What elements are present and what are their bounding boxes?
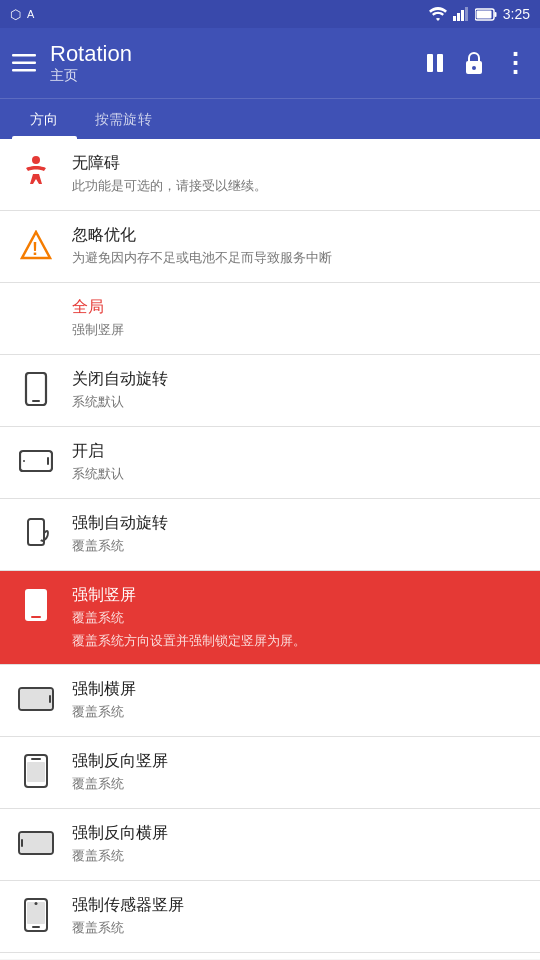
status-bar: ⬡ A 3:25 [0, 0, 540, 28]
phone-portrait-filled-icon [18, 587, 54, 623]
ignore-optimize-subtitle: 为避免因内存不足或电池不足而导致服务中断 [72, 249, 522, 267]
svg-rect-8 [12, 62, 36, 65]
menu-button[interactable] [12, 54, 36, 72]
ignore-optimize-content: 忽略优化 为避免因内存不足或电池不足而导致服务中断 [72, 225, 522, 267]
global-title: 全局 [72, 297, 522, 318]
svg-rect-32 [20, 833, 52, 853]
pause-button[interactable] [424, 52, 446, 74]
status-bar-left: ⬡ A [10, 7, 34, 22]
force-reverse-portrait-subtitle: 覆盖系统 [72, 775, 522, 793]
force-landscape-content: 强制横屏 覆盖系统 [72, 679, 522, 721]
force-portrait-content: 强制竖屏 覆盖系统 覆盖系统方向设置并强制锁定竖屏为屏。 [72, 585, 522, 650]
phone-reverse-portrait-icon [18, 753, 54, 789]
phone-auto-icon [18, 515, 54, 551]
app-title: Rotation [50, 41, 132, 67]
list-item-global[interactable]: 全局 强制竖屏 [0, 283, 540, 355]
svg-point-13 [472, 66, 476, 70]
toolbar-left: Rotation 主页 [12, 41, 132, 85]
force-sensor-portrait-title: 强制传感器竖屏 [72, 895, 522, 916]
phone-portrait-icon [18, 371, 54, 407]
svg-rect-3 [465, 7, 468, 21]
phone-reverse-landscape-icon [18, 825, 54, 861]
svg-rect-10 [427, 54, 433, 72]
android-icon: ⬡ [10, 7, 21, 22]
global-icon [18, 299, 54, 335]
warning-icon: ! [18, 227, 54, 263]
list-item-close-auto[interactable]: 关闭自动旋转 系统默认 [0, 355, 540, 427]
tab-direction[interactable]: 方向 [12, 99, 77, 139]
svg-rect-30 [27, 762, 45, 782]
force-auto-title: 强制自动旋转 [72, 513, 522, 534]
app-indicator: A [27, 8, 34, 20]
force-auto-content: 强制自动旋转 覆盖系统 [72, 513, 522, 555]
force-reverse-landscape-content: 强制反向横屏 覆盖系统 [72, 823, 522, 865]
force-landscape-title: 强制横屏 [72, 679, 522, 700]
open-content: 开启 系统默认 [72, 441, 522, 483]
svg-point-14 [32, 156, 40, 164]
force-sensor-portrait-subtitle: 覆盖系统 [72, 919, 522, 937]
force-landscape-subtitle: 覆盖系统 [72, 703, 522, 721]
open-title: 开启 [72, 441, 522, 462]
svg-rect-11 [437, 54, 443, 72]
list-item-force-sensor-portrait[interactable]: 强制传感器竖屏 覆盖系统 [0, 881, 540, 953]
list-item-open[interactable]: 开启 系统默认 [0, 427, 540, 499]
list-item-force-portrait[interactable]: 强制竖屏 覆盖系统 覆盖系统方向设置并强制锁定竖屏为屏。 [0, 571, 540, 665]
force-portrait-title: 强制竖屏 [72, 585, 522, 606]
app-subtitle: 主页 [50, 67, 132, 85]
svg-rect-0 [453, 16, 456, 21]
list-item-force-reverse-portrait[interactable]: 强制反向竖屏 覆盖系统 [0, 737, 540, 809]
list-item-force-reverse-landscape[interactable]: 强制反向横屏 覆盖系统 [0, 809, 540, 881]
close-auto-subtitle: 系统默认 [72, 393, 522, 411]
wifi-icon [429, 7, 447, 21]
global-subtitle: 强制竖屏 [72, 321, 522, 339]
toolbar-actions: ⋮ [424, 48, 528, 79]
list-item-force-auto[interactable]: 强制自动旋转 覆盖系统 [0, 499, 540, 571]
phone-sensor-portrait-icon [18, 897, 54, 933]
svg-rect-9 [12, 69, 36, 72]
close-auto-content: 关闭自动旋转 系统默认 [72, 369, 522, 411]
time-display: 3:25 [503, 6, 530, 22]
open-subtitle: 系统默认 [72, 465, 522, 483]
svg-rect-26 [20, 689, 52, 709]
force-portrait-subtitle: 覆盖系统 [72, 609, 522, 627]
svg-rect-35 [27, 902, 45, 924]
force-auto-subtitle: 覆盖系统 [72, 537, 522, 555]
rotation-list: 无障碍 此功能是可选的，请接受以继续。 ! 忽略优化 为避免因内存不足或电池不足… [0, 139, 540, 959]
status-bar-right: 3:25 [429, 6, 530, 22]
accessibility-icon [18, 155, 54, 191]
global-content: 全局 强制竖屏 [72, 297, 522, 339]
force-reverse-landscape-title: 强制反向横屏 [72, 823, 522, 844]
accessibility-title: 无障碍 [72, 153, 522, 174]
svg-rect-2 [461, 10, 464, 21]
list-item-ignore-optimize[interactable]: ! 忽略优化 为避免因内存不足或电池不足而导致服务中断 [0, 211, 540, 283]
svg-rect-7 [12, 54, 36, 57]
svg-point-37 [35, 902, 38, 905]
lock-button[interactable] [464, 51, 484, 75]
force-reverse-landscape-subtitle: 覆盖系统 [72, 847, 522, 865]
signal-icon [453, 7, 469, 21]
phone-landscape-filled-icon [18, 681, 54, 717]
force-portrait-desc: 覆盖系统方向设置并强制锁定竖屏为屏。 [72, 632, 522, 650]
phone-landscape-icon [18, 443, 54, 479]
svg-text:!: ! [32, 239, 38, 259]
list-item-force-landscape[interactable]: 强制横屏 覆盖系统 [0, 665, 540, 737]
list-item-accessibility[interactable]: 无障碍 此功能是可选的，请接受以继续。 [0, 139, 540, 211]
force-reverse-portrait-content: 强制反向竖屏 覆盖系统 [72, 751, 522, 793]
tab-bar: 方向 按需旋转 [0, 98, 540, 139]
ignore-optimize-title: 忽略优化 [72, 225, 522, 246]
list-item-force-sensor-landscape[interactable]: 强制传感器横屏 覆盖系统 [0, 953, 540, 959]
battery-icon [475, 8, 497, 21]
toolbar: Rotation 主页 ⋮ [0, 28, 540, 98]
force-sensor-portrait-content: 强制传感器竖屏 覆盖系统 [72, 895, 522, 937]
close-auto-title: 关闭自动旋转 [72, 369, 522, 390]
svg-rect-5 [494, 12, 496, 17]
accessibility-subtitle: 此功能是可选的，请接受以继续。 [72, 177, 522, 195]
accessibility-content: 无障碍 此功能是可选的，请接受以继续。 [72, 153, 522, 195]
toolbar-title-block: Rotation 主页 [50, 41, 132, 85]
more-button[interactable]: ⋮ [502, 48, 528, 79]
force-reverse-portrait-title: 强制反向竖屏 [72, 751, 522, 772]
svg-rect-6 [476, 10, 491, 18]
tab-on-demand[interactable]: 按需旋转 [77, 99, 170, 139]
svg-rect-1 [457, 13, 460, 21]
